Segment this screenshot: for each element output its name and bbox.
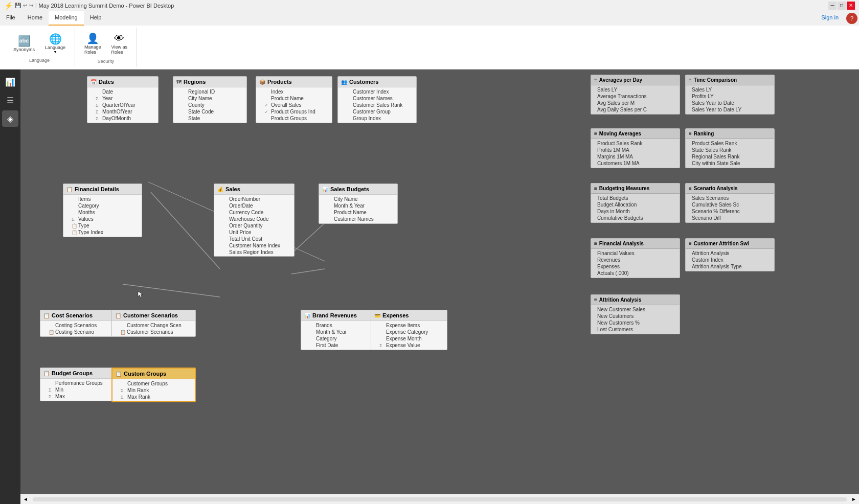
list-item: Sales LY [686,86,774,93]
display-group-scenario-analysis[interactable]: ≡ Scenario Analysis Sales Scenarios Cumu… [685,183,775,223]
table-row: City Name [173,95,246,102]
language-group-label: Language [29,58,50,63]
table-regions[interactable]: 🗺 Regions Regional ID City Name County S… [173,76,247,123]
table-products-body: Index Product Name ✓Overall Sales ✓Produ… [256,87,332,123]
tab-help[interactable]: Help [84,11,108,26]
close-button[interactable]: ✕ [847,2,855,10]
list-item: Scenario % Differenc [686,208,774,215]
table-dates-body: Date ΣYear ΣQuarterOfYear ΣMonthOfYear Σ… [87,87,158,123]
table-row: 📋Customer Scenarios [112,329,195,335]
display-attrition-header: ≡ Attrition Analysis [591,295,680,305]
display-group-time-comparison[interactable]: ≡ Time Comparison Sales LY Profits LY Sa… [685,75,775,114]
table-expenses-header: 💳 Expenses [371,310,447,321]
table-products[interactable]: 📦 Products Index Product Name ✓Overall S… [256,76,332,123]
table-row: ✓Overall Sales [256,102,332,108]
display-group-attrition-analysis[interactable]: ≡ Attrition Analysis New Customer Sales … [591,294,680,334]
scroll-track[interactable] [33,497,847,501]
display-group-budgeting-measures[interactable]: ≡ Budgeting Measures Total Budgets Budge… [591,183,680,223]
manage-roles-button[interactable]: 👤 ManageRoles [81,31,104,57]
table-row: ΣExpense Value [371,342,447,349]
table-expenses-body: Expense Items Expense Category Expense M… [371,321,447,350]
table-expenses[interactable]: 💳 Expenses Expense Items Expense Categor… [371,310,447,350]
display-customer-attrition-label: Customer Attrition Swi [694,241,749,246]
language-label: Language [45,45,65,50]
scroll-right-button[interactable]: ► [849,494,859,505]
table-sales-budgets-title: Sales Budgets [330,186,369,192]
view-as-icon: 👁 [114,33,124,43]
synonyms-button[interactable]: 🔤 Synonyms [10,34,38,54]
table-products-header: 📦 Products [256,77,332,87]
list-item: New Customers [591,313,680,319]
table-customers-header: 👥 Customers [338,77,416,87]
svg-line-4 [291,269,325,274]
scroll-left-button[interactable]: ◄ [20,494,31,505]
sign-in-link[interactable]: Sign in [815,11,845,26]
table-sales-budgets-body: City Name Month & Year Product Name Cust… [319,195,397,223]
sidebar-icon-data[interactable]: ☰ [2,92,18,108]
list-item: Lost Customers [591,326,680,333]
table-customers-body: Customer Index Customer Names Customer S… [338,87,416,123]
table-dates-title: Dates [99,79,114,85]
minimize-button[interactable]: ─ [828,2,837,10]
language-button[interactable]: 🌐 Language ▼ [42,32,69,56]
table-brand-revenues-body: Brands Month & Year Category First Date [301,321,377,350]
table-row: Product Name [319,209,397,216]
table-row: State [173,115,246,122]
manage-roles-label: ManageRoles [84,44,101,55]
table-sales[interactable]: 💰 Sales OrderNumber OrderDate Currency C… [214,184,295,257]
table-row: Sales Region Index [214,249,294,256]
display-group-customer-attrition[interactable]: ≡ Customer Attrition Swi Attrition Analy… [685,238,775,271]
table-row: Customer Groups [112,380,195,387]
display-moving-averages-body: Product Sales Rank Profits 1M MA Margins… [591,139,680,168]
display-scenario-body: Sales Scenarios Cumulative Sales Sc Scen… [686,194,774,222]
table-row: Group Index [338,115,416,122]
table-budget-groups-title: Budget Groups [52,370,93,376]
table-financial-details[interactable]: 📋 Financial Details Items Category Month… [63,184,142,237]
list-item: Actuals (.000) [591,270,680,277]
table-row: Category [301,335,377,342]
titlebar-controls[interactable]: ─ □ ✕ [828,2,855,10]
table-row: 📋Type Index [63,229,142,236]
table-cost-scenarios-title: Cost Scenarios [52,312,93,318]
table-customer-scenarios[interactable]: 📋 Customer Scenarios Customer Change Sce… [111,310,196,337]
table-row: Product Index [214,256,294,256]
table-cost-scenarios[interactable]: 📋 Cost Scenarios Costing Scenarios 📋Cost… [40,310,119,337]
sidebar-icon-model[interactable]: ◈ [2,110,18,127]
table-row: Expense Items [371,322,447,329]
svg-line-0 [151,192,220,269]
table-sales-budgets[interactable]: 📊 Sales Budgets City Name Month & Year P… [319,184,398,224]
list-item: Profits LY [686,93,774,100]
list-item: Margins 1M MA [591,153,680,160]
table-row: ΣMax Rank [112,394,195,400]
table-row: Expense Month [371,335,447,342]
display-group-ranking[interactable]: ≡ Ranking Product Sales Rank State Sales… [685,128,775,168]
table-custom-groups[interactable]: 📋 Custom Groups Customer Groups ΣMin Ran… [111,368,196,402]
table-row: ΣMonthOfYear [87,108,158,115]
table-row: Unit Price [214,229,294,236]
table-budget-groups[interactable]: 📋 Budget Groups Performance Groups ΣMin … [40,368,119,401]
view-as-button[interactable]: 👁 View asRoles [108,31,130,57]
tab-modeling[interactable]: Modeling [49,11,84,26]
table-brand-revenues[interactable]: 📊 Brand Revenues Brands Month & Year Cat… [301,310,377,350]
display-group-financial-analysis[interactable]: ≡ Financial Analysis Financial Values Re… [591,238,680,278]
table-dates[interactable]: 📅 Dates Date ΣYear ΣQuarterOfYear ΣMonth… [87,76,159,123]
table-custom-groups-header: 📋 Custom Groups [112,369,195,379]
display-financial-label: Financial Analysis [599,241,644,246]
security-group-label: Security [98,59,115,64]
display-group-averages-per-day[interactable]: ≡ Averages per Day Sales LY Average Tran… [591,75,680,114]
tab-file[interactable]: File [0,11,21,26]
table-row: Month & Year [301,329,377,335]
tab-home[interactable]: Home [21,11,49,26]
table-row: Items [63,196,142,202]
help-button[interactable]: ? [846,13,857,24]
list-item: Product Sales Rank [686,140,774,147]
table-regions-body: Regional ID City Name County State Code … [173,87,246,123]
maximize-button[interactable]: □ [838,2,846,10]
display-group-moving-averages[interactable]: ≡ Moving Averages Product Sales Rank Pro… [591,128,680,168]
table-row: City Name [319,196,397,202]
table-customers[interactable]: 👥 Customers Customer Index Customer Name… [337,76,417,123]
sidebar-icon-report[interactable]: 📊 [2,74,18,90]
table-row: Month & Year [319,202,397,209]
table-row: Customer Group [338,108,416,115]
svg-line-6 [123,284,220,297]
